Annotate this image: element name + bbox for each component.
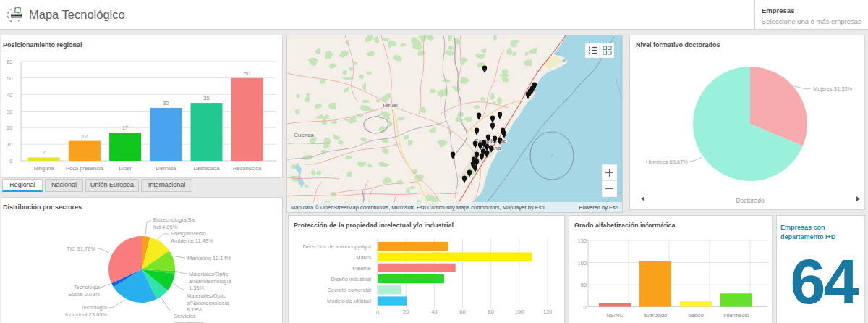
svg-text:60: 60 <box>7 59 12 65</box>
svg-text:Materiales/Óptic: Materiales/Óptic <box>189 271 228 277</box>
svg-text:30: 30 <box>7 109 12 115</box>
svg-text:Map data © OpenStreetMap contr: Map data © OpenStreetMap contributors, M… <box>291 204 545 211</box>
svg-text:Biotecnología/Sa: Biotecnología/Sa <box>153 217 195 223</box>
svg-text:Industrial 23.65%: Industrial 23.65% <box>65 311 107 318</box>
svg-text:a/Nanotecnología: a/Nanotecnología <box>189 278 232 285</box>
svg-text:Marca: Marca <box>356 254 372 261</box>
svg-text:Energía/Medio: Energía/Medio <box>171 230 206 237</box>
svg-text:Patente: Patente <box>352 265 371 272</box>
svg-text:Ninguna: Ninguna <box>34 165 55 172</box>
svg-text:lud 4.05%: lud 4.05% <box>153 224 178 230</box>
svg-text:Diseño industrial: Diseño industrial <box>331 276 372 282</box>
svg-text:NS/NC: NS/NC <box>606 312 624 319</box>
svg-text:0: 0 <box>9 158 12 164</box>
svg-text:50: 50 <box>581 282 587 288</box>
svg-text:avanzado: avanzado <box>644 312 668 319</box>
svg-text:Derechos de autor/copyright: Derechos de autor/copyright <box>303 243 372 250</box>
svg-text:80: 80 <box>488 309 494 315</box>
svg-text:Líder: Líder <box>119 165 132 172</box>
svg-text:100: 100 <box>515 309 524 315</box>
svg-text:Doctorado: Doctorado <box>736 197 764 204</box>
svg-text:40: 40 <box>431 309 437 315</box>
svg-text:2: 2 <box>43 149 46 156</box>
svg-text:Teruel: Teruel <box>382 102 398 109</box>
svg-text:TIC 31.76%: TIC 31.76% <box>67 246 95 252</box>
svg-text:Reconocida: Reconocida <box>233 165 262 172</box>
svg-text:intermedio: intermedio <box>723 312 749 319</box>
svg-text:40: 40 <box>7 92 12 98</box>
svg-text:basico: basico <box>688 312 704 319</box>
svg-text:Servicios: Servicios <box>174 313 196 319</box>
svg-text:Ambiente 11.49%: Ambiente 11.49% <box>171 238 213 244</box>
svg-text:20: 20 <box>7 125 12 131</box>
svg-text:0: 0 <box>376 309 379 316</box>
svg-text:150: 150 <box>577 238 587 244</box>
svg-text:8.78%: 8.78% <box>187 306 203 313</box>
svg-text:1.35%: 1.35% <box>189 285 205 291</box>
svg-text:50: 50 <box>244 70 250 77</box>
svg-text:Destacada: Destacada <box>194 165 221 172</box>
svg-text:Secreto comercial: Secreto comercial <box>328 287 371 293</box>
svg-text:35: 35 <box>203 95 209 101</box>
svg-text:Mujeres 31.33%: Mujeres 31.33% <box>813 85 853 92</box>
svg-text:0: 0 <box>584 304 587 311</box>
svg-text:Marketing 10.14%: Marketing 10.14% <box>187 255 231 261</box>
svg-text:17: 17 <box>122 125 128 131</box>
svg-text:Tecnología: Tecnología <box>74 284 101 290</box>
svg-text:32: 32 <box>163 100 169 106</box>
svg-text:50: 50 <box>7 75 12 82</box>
svg-text:20: 20 <box>403 309 409 315</box>
svg-text:Poca presencia: Poca presencia <box>66 165 104 172</box>
svg-text:Definida: Definida <box>156 165 176 172</box>
svg-text:Hombres 68.67%: Hombres 68.67% <box>646 159 688 165</box>
svg-text:10: 10 <box>7 141 12 148</box>
svg-text:60: 60 <box>459 309 465 315</box>
svg-text:Powered by Esri: Powered by Esri <box>579 204 618 211</box>
svg-text:Modelo de utilidad: Modelo de utilidad <box>327 298 371 304</box>
svg-text:a/Nanotecnología: a/Nanotecnología <box>187 300 230 306</box>
svg-text:Tecnología: Tecnología <box>81 304 108 311</box>
svg-text:Innovadores: Innovadores <box>174 320 204 323</box>
svg-text:Social 2.03%: Social 2.03% <box>68 291 100 298</box>
svg-text:Materiales/Óptic: Materiales/Óptic <box>187 293 226 299</box>
svg-text:Cuenca: Cuenca <box>294 132 314 138</box>
svg-text:100: 100 <box>577 260 587 267</box>
svg-text:12: 12 <box>82 133 88 140</box>
svg-text:120: 120 <box>543 309 553 315</box>
